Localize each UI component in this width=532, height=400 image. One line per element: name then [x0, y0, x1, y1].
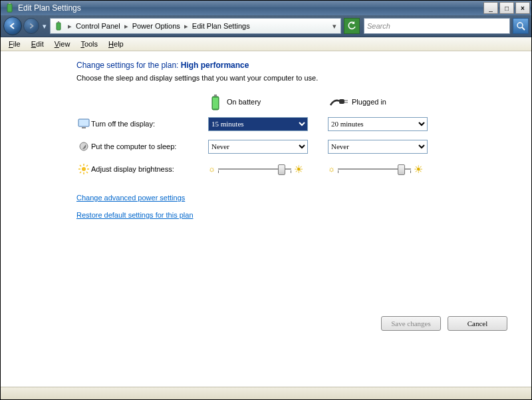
window-buttons: _ □ ×	[483, 2, 530, 14]
maximize-button[interactable]: □	[499, 2, 514, 14]
link-advanced-settings[interactable]: Change advanced power settings	[76, 194, 525, 202]
breadcrumb-item[interactable]: Control Panel	[74, 22, 122, 30]
heading-prefix: Change settings for the plan:	[76, 61, 181, 70]
nav-history-dropdown[interactable]: ▾	[41, 17, 49, 35]
display-battery-select[interactable]: 15 minutes	[208, 117, 308, 131]
row-display: Turn off the display: 15 minutes 20 minu…	[10, 112, 525, 135]
search-button[interactable]	[513, 18, 529, 34]
refresh-button[interactable]	[344, 18, 360, 34]
display-plugged-select[interactable]: 20 minutes	[328, 117, 428, 131]
svg-rect-9	[339, 99, 344, 104]
svg-rect-12	[78, 119, 89, 126]
column-headers: On battery Plugged in	[209, 91, 525, 112]
brightness-icon	[76, 164, 91, 174]
svg-rect-2	[57, 23, 61, 30]
sleep-icon	[76, 141, 91, 152]
sleep-battery-select[interactable]: Never	[208, 140, 308, 154]
menu-help[interactable]: Help	[104, 39, 128, 49]
sun-big-icon: ☀	[294, 163, 303, 176]
action-buttons: Save changes Cancel	[381, 316, 507, 331]
close-button[interactable]: ×	[515, 2, 530, 14]
brightness-plugged-slider[interactable]: ☼ ☀	[328, 162, 441, 176]
breadcrumb[interactable]: ▸ Control Panel ▸ Power Options ▸ Edit P…	[50, 18, 341, 34]
sun-big-icon: ☀	[414, 163, 423, 176]
menu-tools[interactable]: Tools	[76, 39, 102, 49]
chevron-right-icon: ▸	[122, 22, 131, 31]
page-heading: Change settings for the plan: High perfo…	[76, 61, 525, 70]
row-label: Turn off the display:	[91, 120, 208, 128]
statusbar	[1, 387, 531, 399]
battery-icon	[209, 94, 221, 110]
svg-rect-8	[213, 98, 218, 108]
svg-rect-0	[7, 4, 12, 12]
links: Change advanced power settings Restore d…	[76, 194, 525, 219]
sleep-plugged-select[interactable]: Never	[328, 140, 428, 154]
search-input[interactable]: Search	[364, 18, 510, 34]
titlebar: Edit Plan Settings _ □ ×	[1, 1, 531, 15]
row-label: Put the computer to sleep:	[91, 142, 208, 150]
breadcrumb-item[interactable]: Power Options	[131, 22, 182, 30]
slider-thumb[interactable]	[398, 164, 405, 175]
plan-name: High performance	[181, 61, 249, 70]
plug-icon	[329, 97, 346, 106]
col-label: On battery	[227, 98, 261, 106]
window-title: Edit Plan Settings	[18, 3, 483, 13]
svg-point-15	[82, 167, 86, 171]
svg-line-23	[80, 172, 81, 173]
row-label: Adjust display brightness:	[91, 165, 208, 173]
minimize-button[interactable]: _	[483, 2, 498, 14]
row-sleep: Put the computer to sleep: Never Never	[10, 135, 525, 158]
breadcrumb-dropdown[interactable]: ▾	[330, 22, 339, 31]
svg-point-4	[517, 23, 523, 28]
svg-rect-3	[58, 21, 59, 23]
window: Edit Plan Settings _ □ × ▾ ▸ Control Pan…	[0, 0, 532, 400]
navbar: ▾ ▸ Control Panel ▸ Power Options ▸ Edit…	[1, 15, 531, 37]
sun-small-icon: ☼	[328, 164, 335, 174]
row-brightness: Adjust display brightness: ☼ ☀ ☼	[10, 158, 525, 180]
page-subtext: Choose the sleep and display settings th…	[76, 74, 525, 82]
svg-line-20	[80, 165, 81, 166]
slider-thumb[interactable]	[278, 164, 285, 175]
col-plugged-in: Plugged in	[329, 97, 449, 106]
menu-edit[interactable]: Edit	[27, 39, 48, 49]
content-area: Change settings for the plan: High perfo…	[1, 51, 531, 387]
save-button[interactable]: Save changes	[381, 316, 441, 331]
svg-rect-1	[9, 3, 11, 4]
brightness-battery-slider[interactable]: ☼ ☀	[208, 162, 321, 176]
slider-track[interactable]	[338, 162, 411, 176]
col-on-battery: On battery	[209, 94, 329, 110]
breadcrumb-item[interactable]: Edit Plan Settings	[191, 22, 251, 30]
chevron-right-icon: ▸	[65, 22, 74, 31]
display-icon	[76, 118, 91, 129]
menubar: File Edit View Tools Help	[1, 37, 531, 51]
cancel-button[interactable]: Cancel	[448, 316, 507, 331]
col-label: Plugged in	[352, 98, 386, 106]
slider-track[interactable]	[218, 162, 291, 176]
back-button[interactable]	[3, 17, 22, 35]
breadcrumb-icon	[53, 21, 64, 31]
svg-line-22	[86, 165, 88, 166]
link-restore-defaults[interactable]: Restore default settings for this plan	[76, 211, 525, 219]
svg-rect-7	[214, 95, 217, 97]
svg-rect-13	[82, 127, 86, 128]
sun-small-icon: ☼	[208, 164, 215, 174]
search-placeholder: Search	[367, 22, 390, 30]
chevron-right-icon: ▸	[182, 22, 191, 31]
svg-point-14	[80, 142, 88, 150]
svg-line-5	[522, 27, 525, 30]
svg-line-21	[86, 172, 88, 173]
menu-view[interactable]: View	[51, 39, 74, 49]
app-icon	[5, 3, 15, 13]
forward-button[interactable]	[23, 18, 39, 34]
menu-file[interactable]: File	[5, 39, 25, 49]
